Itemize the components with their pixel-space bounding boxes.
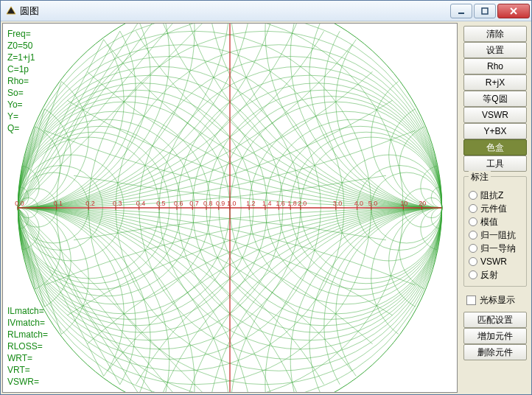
radio-icon [469, 204, 477, 213]
readout-bottom: ILmatch=IVmatch=RLmatch=RLOSS=WRT=VRT=VS… [7, 305, 48, 388]
side-button-工具[interactable]: 工具 [463, 155, 527, 172]
readout-yo: Yo= [7, 99, 35, 111]
action-button-删除元件[interactable]: 删除元件 [463, 344, 527, 360]
svg-rect-2 [482, 8, 488, 14]
window-title: 圆图 [20, 4, 450, 18]
readout-ivmatch: IVmatch= [7, 317, 48, 329]
svg-text:0.0: 0.0 [15, 200, 24, 207]
svg-text:1.2: 1.2 [246, 200, 255, 207]
readout-z0: Z0=50 [7, 40, 35, 52]
svg-text:0.1: 0.1 [54, 200, 63, 207]
radio-反射[interactable]: 反射 [469, 268, 523, 282]
readout-freq: Freq= [7, 28, 35, 40]
side-button-r+jx[interactable]: R+jX [463, 74, 527, 91]
readout-wrt: WRT= [7, 352, 48, 364]
radio-模值[interactable]: 模值 [469, 215, 523, 228]
radio-icon [469, 231, 477, 240]
side-button-等q圆[interactable]: 等Q圆 [463, 91, 527, 107]
content-area: Freq=Z0=50Z=1+j1C=1pRho=So=Yo=Y=Q= ILmat… [1, 21, 531, 394]
radio-icon [469, 191, 477, 200]
svg-text:4.0: 4.0 [354, 200, 363, 207]
svg-text:1.4: 1.4 [262, 200, 271, 207]
checkbox-icon [466, 296, 476, 305]
radio-icon [469, 244, 477, 253]
readout-z: Z=1+j1 [7, 52, 35, 63]
side-button-y+bx[interactable]: Y+BX [463, 123, 527, 139]
radio-label: 元件值 [480, 203, 507, 215]
readout-rlmatch: RLmatch= [7, 329, 48, 340]
svg-text:1.0: 1.0 [227, 200, 236, 207]
side-button-设置[interactable]: 设置 [463, 42, 527, 58]
radio-label: 反射 [480, 269, 498, 282]
radio-icon [469, 270, 477, 279]
radio-归一阻抗[interactable]: 归一阻抗 [469, 228, 523, 242]
side-button-色盒[interactable]: 色盒 [463, 139, 527, 155]
readout-q: Q= [7, 122, 35, 134]
minimize-button[interactable] [450, 4, 472, 18]
svg-text:1.6: 1.6 [276, 200, 284, 207]
maximize-button[interactable] [474, 4, 496, 18]
svg-text:0.6: 0.6 [174, 200, 183, 207]
radio-元件值[interactable]: 元件值 [469, 202, 523, 215]
app-window: 圆图 Freq=Z0=50Z=1+j1C=1pRho=So=Yo=Y=Q= IL… [0, 0, 532, 395]
cursor-show-checkbox[interactable]: 光标显示 [466, 293, 527, 307]
radio-VSWR[interactable]: VSWR [469, 255, 523, 268]
radio-归一导纳[interactable]: 归一导纳 [469, 242, 523, 255]
titlebar: 圆图 [1, 1, 531, 21]
radio-label: 模值 [480, 216, 498, 228]
readout-rho: Rho= [7, 75, 35, 87]
readout-c: C=1p [7, 63, 35, 75]
radio-label: 归一阻抗 [480, 229, 516, 242]
radio-阻抗Z[interactable]: 阻抗Z [469, 189, 523, 202]
svg-text:0.3: 0.3 [113, 200, 122, 207]
svg-text:0.5: 0.5 [156, 200, 165, 207]
svg-text:1.8: 1.8 [287, 200, 296, 207]
window-controls [450, 4, 530, 18]
readout-rloss: RLOSS= [7, 340, 48, 352]
svg-text:0.8: 0.8 [203, 200, 212, 207]
side-button-vswr[interactable]: VSWR [463, 107, 527, 123]
smith-chart[interactable]: 0.00.10.20.30.40.50.60.70.80.91.01.21.41… [3, 24, 457, 392]
readout-vrt: VRT= [7, 364, 48, 376]
annotation-title: 标注 [469, 171, 491, 183]
smith-chart-panel: Freq=Z0=50Z=1+j1C=1pRho=So=Yo=Y=Q= ILmat… [2, 23, 458, 393]
action-button-增加元件[interactable]: 增加元件 [463, 328, 527, 344]
cursor-show-label: 光标显示 [480, 294, 515, 307]
svg-marker-0 [7, 7, 15, 14]
svg-text:10: 10 [400, 200, 407, 207]
readout-so: So= [7, 87, 35, 99]
svg-text:5.0: 5.0 [368, 200, 377, 207]
svg-text:0.4: 0.4 [136, 200, 145, 207]
readout-y: Y= [7, 111, 35, 122]
close-button[interactable] [497, 4, 530, 18]
action-button-匹配设置[interactable]: 匹配设置 [463, 312, 527, 328]
svg-text:2.0: 2.0 [298, 200, 307, 207]
radio-label: 归一导纳 [480, 242, 516, 255]
svg-text:0.2: 0.2 [85, 200, 94, 207]
svg-text:20: 20 [419, 200, 426, 207]
side-button-清除[interactable]: 清除 [463, 26, 527, 42]
side-panel: 清除设置RhoR+jX等Q圆VSWRY+BX色盒工具 标注 阻抗Z元件值模值归一… [461, 23, 530, 393]
svg-text:0.7: 0.7 [189, 200, 198, 207]
app-icon [5, 5, 17, 17]
svg-text:0.9: 0.9 [216, 200, 225, 207]
radio-icon [469, 217, 477, 226]
svg-text:3.0: 3.0 [333, 200, 342, 207]
radio-icon [469, 257, 477, 266]
readout-vswr: VSWR= [7, 376, 48, 388]
side-button-rho[interactable]: Rho [463, 58, 527, 74]
radio-label: 阻抗Z [480, 189, 503, 202]
readout-ilmatch: ILmatch= [7, 305, 48, 317]
readout-top: Freq=Z0=50Z=1+j1C=1pRho=So=Yo=Y=Q= [7, 28, 35, 134]
annotation-groupbox: 标注 阻抗Z元件值模值归一阻抗归一导纳VSWR反射 [463, 176, 527, 287]
radio-label: VSWR [480, 256, 507, 267]
